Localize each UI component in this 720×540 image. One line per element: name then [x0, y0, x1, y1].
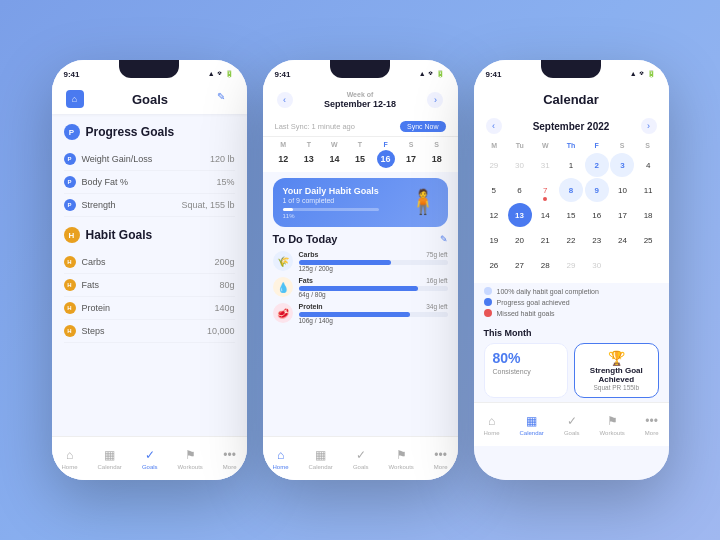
phone-weekly: 9:41 ▲ ᯤ 🔋 ‹ Week of September 12-18 › L…: [263, 60, 458, 480]
todo-edit-icon[interactable]: ✎: [440, 234, 448, 244]
nav3-more-label: More: [645, 430, 659, 436]
cal-day-15[interactable]: 15: [559, 203, 583, 227]
cal-day-16[interactable]: 16: [585, 203, 609, 227]
next-month-button[interactable]: ›: [641, 118, 657, 134]
legend-dot-progress: [484, 298, 492, 306]
calendar-grid: M Tu W Th F S S 29 30 31 1 2 3 4 5 6 7: [474, 138, 669, 283]
status-icons: ▲ ᯤ 🔋: [208, 70, 235, 78]
cal-day-12[interactable]: 12: [482, 203, 506, 227]
nav-workouts[interactable]: ⚑ Workouts: [178, 448, 203, 470]
this-month-title: This Month: [484, 328, 659, 338]
goal-name-fats: Fats: [82, 280, 100, 290]
cal-day-10[interactable]: 10: [610, 178, 634, 202]
cal-day-29b[interactable]: 29: [559, 253, 583, 277]
macro-carbs[interactable]: 🌾 Carbs 75g left 125g / 200g: [273, 251, 448, 272]
cal-day-13[interactable]: 13: [508, 203, 532, 227]
goal-item-fats[interactable]: H Fats 80g: [64, 274, 235, 297]
nav-calendar[interactable]: ▦ Calendar: [98, 448, 122, 470]
day-fri[interactable]: F 16: [373, 139, 399, 170]
consistency-card[interactable]: 80% Consistency: [484, 343, 569, 398]
edit-icon[interactable]: ✎: [217, 91, 233, 107]
cal-day-5[interactable]: 5: [482, 178, 506, 202]
nav3-home[interactable]: ⌂ Home: [484, 414, 500, 436]
prev-week-button[interactable]: ‹: [277, 92, 293, 108]
nav3-more[interactable]: ••• More: [645, 414, 659, 436]
macro-fats[interactable]: 💧 Fats 16g left 64g / 80g: [273, 277, 448, 298]
cal-day-28[interactable]: 28: [533, 253, 557, 277]
cal-day-7[interactable]: 7: [533, 178, 557, 202]
cal-day-18[interactable]: 18: [636, 203, 660, 227]
goal-value-steps: 10,000: [207, 326, 235, 336]
cal-day-6[interactable]: 6: [508, 178, 532, 202]
goal-dot-bodyfat: P: [64, 176, 76, 188]
nav-home[interactable]: ⌂ Home: [62, 448, 78, 470]
nav2-workouts-label: Workouts: [389, 464, 414, 470]
home-icon[interactable]: ⌂: [66, 90, 84, 108]
nav3-more-icon: •••: [645, 414, 658, 428]
nav3-workouts[interactable]: ⚑ Workouts: [600, 414, 625, 436]
cal-day-22[interactable]: 22: [559, 228, 583, 252]
cal-day-31b[interactable]: [610, 253, 634, 277]
cal-day-30b[interactable]: 30: [585, 253, 609, 277]
cal-day-1[interactable]: 1: [559, 153, 583, 177]
cal-day-11[interactable]: 11: [636, 178, 660, 202]
goal-value-protein: 140g: [214, 303, 234, 313]
next-week-button[interactable]: ›: [427, 92, 443, 108]
strength-card[interactable]: 🏆 Strength Goal Achieved Squat PR 155lb: [574, 343, 659, 398]
carbs-bar-fill: [299, 260, 391, 265]
cal-day-17[interactable]: 17: [610, 203, 634, 227]
nav3-calendar-icon: ▦: [526, 414, 537, 428]
cal-day-3[interactable]: 3: [610, 153, 634, 177]
cal-day-29a[interactable]: 29: [482, 153, 506, 177]
nav3-goals-icon: ✓: [567, 414, 577, 428]
day-mon[interactable]: M 12: [271, 139, 297, 170]
day-thu[interactable]: T 15: [347, 139, 373, 170]
day-tue[interactable]: T 13: [296, 139, 322, 170]
cal-day-14[interactable]: 14: [533, 203, 557, 227]
nav2-home[interactable]: ⌂ Home: [273, 448, 289, 470]
cal-day-25[interactable]: 25: [636, 228, 660, 252]
day-sun[interactable]: S 18: [424, 139, 450, 170]
goal-item-protein[interactable]: H Protein 140g: [64, 297, 235, 320]
cal-day-2[interactable]: 2: [585, 153, 609, 177]
nav-goals[interactable]: ✓ Goals: [142, 448, 158, 470]
goal-item-carbs[interactable]: H Carbs 200g: [64, 251, 235, 274]
cal-day-23[interactable]: 23: [585, 228, 609, 252]
cal-day-9[interactable]: 9: [585, 178, 609, 202]
goal-item-bodyfat[interactable]: P Body Fat % 15%: [64, 171, 235, 194]
protein-label: Protein: [299, 303, 323, 310]
macro-protein[interactable]: 🥩 Protein 34g left 106g / 140g: [273, 303, 448, 324]
nav2-workouts[interactable]: ⚑ Workouts: [389, 448, 414, 470]
cal-day-8[interactable]: 8: [559, 178, 583, 202]
sync-now-button[interactable]: Sync Now: [400, 121, 446, 132]
nav2-goals-label: Goals: [353, 464, 369, 470]
goal-item-strength[interactable]: P Strength Squat, 155 lb: [64, 194, 235, 217]
cal-day-26[interactable]: 26: [482, 253, 506, 277]
nav-more[interactable]: ••• More: [223, 448, 237, 470]
cal-day-21[interactable]: 21: [533, 228, 557, 252]
day-wed[interactable]: W 14: [322, 139, 348, 170]
goal-item-steps[interactable]: H Steps 10,000: [64, 320, 235, 343]
goal-item-weight[interactable]: P Weight Gain/Loss 120 lb: [64, 148, 235, 171]
cal-day-27[interactable]: 27: [508, 253, 532, 277]
cal-day-30a[interactable]: 30: [508, 153, 532, 177]
fats-info: Fats 16g left 64g / 80g: [299, 277, 448, 298]
daily-habit-banner: Your Daily Habit Goals 1 of 9 completed …: [273, 178, 448, 227]
cal-day-31a[interactable]: 31: [533, 153, 557, 177]
nav3-goals[interactable]: ✓ Goals: [564, 414, 580, 436]
cal-day-20[interactable]: 20: [508, 228, 532, 252]
status-time-2: 9:41: [275, 70, 291, 79]
nav2-goals[interactable]: ✓ Goals: [353, 448, 369, 470]
nav2-more[interactable]: ••• More: [434, 448, 448, 470]
phone1-content: ⌂ Goals ✎ P Progress Goals P Weight Gain…: [52, 84, 247, 480]
cal-day-4[interactable]: 4: [636, 153, 660, 177]
prev-month-button[interactable]: ‹: [486, 118, 502, 134]
todo-section: To Do Today ✎ 🌾 Carbs 75g left 125g / 20…: [263, 233, 458, 436]
cal-day-19[interactable]: 19: [482, 228, 506, 252]
legend-missed: Missed habit goals: [484, 309, 659, 317]
cal-day-24[interactable]: 24: [610, 228, 634, 252]
nav3-calendar[interactable]: ▦ Calendar: [520, 414, 544, 436]
habit-dot-fats: H: [64, 279, 76, 291]
day-sat[interactable]: S 17: [398, 139, 424, 170]
nav2-calendar[interactable]: ▦ Calendar: [309, 448, 333, 470]
